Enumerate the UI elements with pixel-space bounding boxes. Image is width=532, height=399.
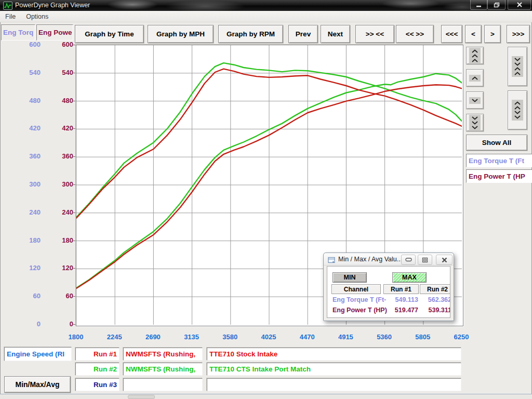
down-down-up-up-chevron-icon — [512, 56, 523, 77]
y-tick-label-power: 180 — [51, 236, 73, 244]
scroll-right-button[interactable]: > — [484, 25, 501, 43]
status-bar — [0, 394, 532, 399]
x-tick-label: 4915 — [330, 333, 361, 341]
torque-channel-label[interactable]: Eng Torque T (Ft — [466, 154, 532, 167]
scroll-bottom-button[interactable] — [466, 114, 484, 131]
app-icon — [3, 2, 12, 10]
y-tick-label-torque: 180 — [19, 236, 41, 244]
x-tick-label: 4025 — [253, 333, 284, 341]
popup-row-run2-value: 562.362 — [413, 296, 450, 303]
y-tick-label-power: 540 — [51, 69, 73, 76]
x-tick-label: 3580 — [215, 333, 246, 341]
scroll-top-button[interactable] — [466, 47, 484, 64]
popup-title-bar[interactable]: Min / Max / Avg Valu... — [324, 253, 454, 265]
channel-tab-eng-powe[interactable]: Eng Powe — [36, 24, 73, 41]
y-tick-label-power: 60 — [51, 292, 73, 300]
run-description-1[interactable]: TTE710 Stock Intake — [207, 348, 461, 361]
scroll-down-button[interactable] — [466, 91, 484, 109]
show-all-button[interactable]: Show All — [466, 135, 527, 151]
y-tick-label-torque: 480 — [19, 97, 41, 104]
run-operator-3[interactable] — [123, 378, 203, 391]
popup-maximize-button[interactable] — [418, 255, 432, 265]
y-tick-label-torque: 60 — [19, 292, 41, 300]
up-up-up-chevron-icon — [469, 48, 481, 64]
y-tick-label-power: 0 — [51, 320, 73, 328]
resize-grip — [128, 395, 155, 399]
run-label-2[interactable]: Run #2 — [75, 363, 119, 376]
popup-title: Min / Max / Avg Valu... — [338, 256, 402, 263]
run-description-3[interactable] — [207, 378, 461, 391]
y-tick-label-torque: 360 — [19, 152, 41, 160]
title-bar[interactable]: PowerDyne Graph Viewer — [0, 0, 532, 11]
scroll-up-button[interactable] — [466, 69, 484, 87]
column-header-run2[interactable]: Run #2 — [420, 284, 450, 294]
popup-row-run2-value: 539.311 — [413, 307, 450, 314]
max-toggle-button[interactable]: MAX — [392, 272, 427, 283]
menu-file[interactable]: File — [0, 11, 21, 22]
scroll-far-right-button[interactable]: >>> — [507, 25, 530, 43]
scroll-left-button[interactable]: < — [465, 25, 482, 43]
popup-minimize-button[interactable] — [401, 255, 416, 265]
x-tick-label: 5360 — [369, 333, 400, 341]
y-tick-label-torque: 540 — [19, 69, 41, 76]
column-header-channel[interactable]: Channel — [331, 284, 381, 294]
close-button[interactable] — [508, 0, 531, 10]
y-tick-label-torque: 420 — [19, 124, 41, 132]
y-tick-label-power: 360 — [51, 152, 73, 160]
up-up-down-down-chevron-icon — [512, 100, 523, 121]
y-tick-label-power: 480 — [51, 97, 73, 104]
y-tick-label-power: 120 — [51, 264, 73, 272]
menu-options[interactable]: Options — [21, 11, 54, 22]
x-tick-label: 2690 — [137, 333, 168, 341]
run-label-3[interactable]: Run #3 — [75, 378, 119, 391]
run-operator-1[interactable]: NWMSFTS (Rushing, — [123, 348, 203, 361]
minmax-popup-window: Min / Max / Avg Valu... MIN MAX Channel … — [323, 252, 454, 321]
y-tick-label-power: 240 — [51, 208, 73, 216]
min-max-avg-button[interactable]: Min/Max/Avg — [4, 376, 71, 393]
popup-window-icon — [328, 256, 336, 265]
y-tick-label-torque: 240 — [19, 208, 41, 216]
column-header-run1[interactable]: Run #1 — [383, 284, 419, 294]
run-description-2[interactable]: TTE710 CTS Intake Port Match — [207, 363, 461, 376]
y-tick-label-power: 600 — [51, 41, 73, 48]
graph-by-rpm-button[interactable]: Graph by RPM — [218, 25, 283, 43]
y-tick-label-power: 300 — [51, 180, 73, 188]
restore-button[interactable] — [487, 0, 506, 10]
popup-close-button[interactable] — [436, 255, 453, 265]
up-chevron-icon — [469, 75, 481, 82]
popup-table-panel: MIN MAX Channel Run #1 Run #2 Eng Torque… — [327, 266, 450, 318]
prev-button[interactable]: Prev — [288, 25, 318, 43]
x-axis-channel-box[interactable]: Engine Speed (RI — [4, 347, 72, 361]
min-toggle-button[interactable]: MIN — [332, 272, 367, 283]
y-tick-label-torque: 120 — [19, 264, 41, 272]
y-tick-label-torque: 600 — [19, 41, 41, 48]
scroll-far-left-button[interactable]: <<< — [441, 25, 462, 43]
minimize-button[interactable] — [470, 0, 487, 10]
x-tick-label: 2245 — [99, 333, 130, 341]
menu-bar: FileOptions — [0, 11, 532, 22]
channel-tab-eng-torq[interactable]: Eng Torq — [1, 24, 35, 41]
down-chevron-icon — [469, 97, 481, 104]
y-tick-label-torque: 300 — [19, 180, 41, 188]
zoom-in-vertical-button[interactable] — [508, 47, 527, 86]
zoom-in-horizontal-button[interactable]: >> << — [355, 25, 394, 43]
run-label-1[interactable]: Run #1 — [75, 348, 119, 361]
zoom-out-vertical-button[interactable] — [508, 90, 527, 130]
x-tick-label: 3135 — [176, 333, 207, 341]
zoom-out-horizontal-button[interactable]: << >> — [396, 25, 434, 43]
graph-by-time-button[interactable]: Graph by Time — [75, 25, 144, 43]
power-channel-label[interactable]: Eng Power T (HP — [466, 169, 532, 183]
x-tick-label: 5805 — [407, 333, 438, 341]
run-operator-2[interactable]: NWMSFTS (Rushing, — [123, 363, 203, 376]
down-down-down-chevron-icon — [469, 115, 481, 131]
window-title: PowerDyne Graph Viewer — [15, 2, 90, 9]
graph-by-mph-button[interactable]: Graph by MPH — [148, 25, 214, 43]
x-tick-label: 4470 — [291, 333, 323, 341]
x-tick-label: 6250 — [446, 333, 477, 341]
next-button[interactable]: Next — [321, 25, 350, 43]
powerdyne-window: PowerDyne Graph Viewer FileOptions Eng T… — [0, 0, 532, 399]
y-tick-label-torque: 0 — [19, 320, 41, 328]
y-tick-label-power: 420 — [51, 124, 73, 132]
x-tick-label: 1800 — [60, 333, 91, 341]
